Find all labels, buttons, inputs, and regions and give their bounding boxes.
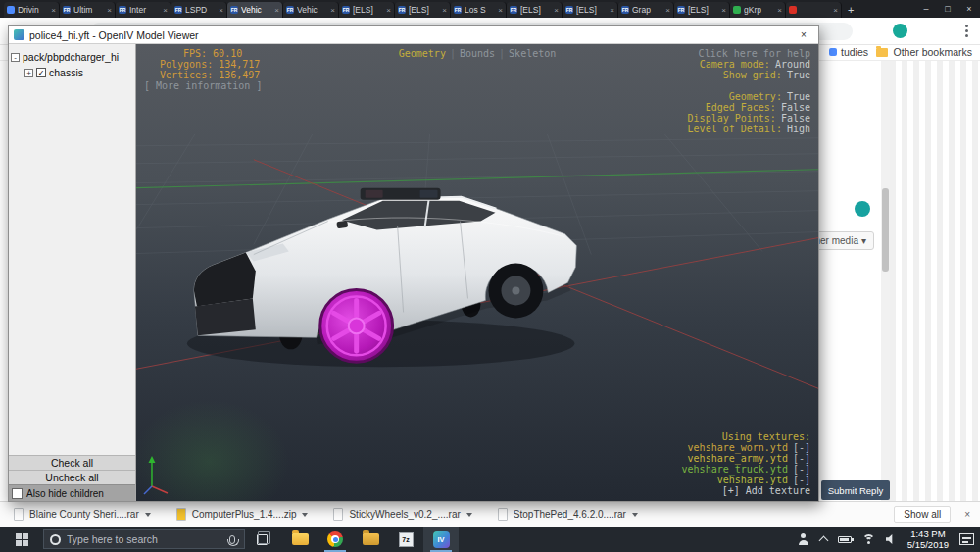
tree-root-row[interactable]: pack/pbpdcharger_hi bbox=[11, 49, 133, 65]
show-all-downloads-button[interactable]: Show all bbox=[894, 506, 951, 523]
volume-icon[interactable] bbox=[886, 534, 897, 544]
download-item[interactable]: StopThePed_4.6.2.0....rar bbox=[498, 508, 638, 521]
mode-bounds[interactable]: Bounds bbox=[460, 48, 495, 59]
front-wheel-magenta[interactable] bbox=[320, 289, 393, 362]
help-link[interactable]: Click here for help bbox=[688, 48, 810, 59]
tab-close-icon[interactable]: × bbox=[833, 6, 838, 15]
avatar[interactable] bbox=[855, 201, 870, 217]
tree-child-row[interactable]: chassis bbox=[11, 65, 133, 80]
remove-texture-button[interactable]: [-] bbox=[793, 453, 810, 464]
taskbar-clock[interactable]: 1:43 PM 5/15/2019 bbox=[907, 528, 949, 550]
people-icon[interactable] bbox=[798, 533, 809, 545]
minimize-icon[interactable]: – bbox=[915, 0, 937, 18]
window-title-bar[interactable]: police4_hi.yft - OpenIV Model Viewer × bbox=[9, 26, 818, 44]
battery-icon[interactable] bbox=[838, 536, 852, 543]
tab-close-icon[interactable]: × bbox=[665, 6, 670, 15]
tab-title: LSPD bbox=[185, 5, 216, 15]
taskbar-app-button[interactable]: 7z bbox=[388, 527, 423, 552]
tab-close-icon[interactable]: × bbox=[107, 6, 112, 15]
collapse-icon[interactable] bbox=[11, 53, 20, 62]
tab-close-icon[interactable]: × bbox=[498, 6, 503, 15]
browser-tab[interactable]: Drivin × bbox=[4, 2, 60, 18]
expand-icon[interactable] bbox=[24, 69, 33, 77]
tab-favicon: FR bbox=[230, 6, 238, 14]
remove-texture-button[interactable]: [-] bbox=[793, 475, 810, 485]
page-scrollbar[interactable] bbox=[881, 61, 890, 501]
camera-settings: Camera mode:Around Show grid:True bbox=[688, 59, 810, 80]
browser-tab[interactable]: FR Ultim × bbox=[60, 2, 116, 18]
caret-down-icon[interactable] bbox=[302, 513, 308, 517]
download-item[interactable]: Blaine County Sheri....rar bbox=[14, 508, 151, 521]
tab-close-icon[interactable]: × bbox=[554, 6, 559, 15]
tab-close-icon[interactable]: × bbox=[777, 6, 782, 15]
browser-tab[interactable]: FR Vehic × bbox=[227, 2, 283, 18]
browser-tab[interactable]: FR Inter × bbox=[116, 2, 172, 18]
setting-line: Show grid:True bbox=[688, 70, 810, 80]
also-hide-children-row[interactable]: Also hide children bbox=[9, 484, 135, 501]
model-viewport[interactable]: FPS: 60.10 Polygons: 134,717 Vertices: 1… bbox=[136, 44, 818, 501]
caret-down-icon[interactable] bbox=[466, 513, 472, 517]
tab-close-icon[interactable]: × bbox=[274, 6, 279, 15]
browser-tab[interactable]: FR Los S × bbox=[451, 2, 507, 18]
tab-close-icon[interactable]: × bbox=[386, 6, 391, 15]
browser-tab[interactable]: FR LSPD × bbox=[172, 2, 227, 18]
browser-tab[interactable]: gKrp × bbox=[730, 2, 786, 18]
tab-close-icon[interactable]: × bbox=[721, 6, 726, 15]
taskbar-app-button[interactable] bbox=[353, 527, 388, 552]
wifi-icon[interactable] bbox=[862, 534, 875, 544]
taskbar-search[interactable] bbox=[43, 529, 245, 549]
browser-tab[interactable]: × bbox=[786, 2, 842, 18]
submit-reply-button[interactable]: Submit Reply bbox=[821, 480, 890, 500]
maximize-icon[interactable]: □ bbox=[937, 0, 958, 18]
download-item[interactable]: ComputerPlus_1.4....zip bbox=[176, 508, 309, 521]
remove-texture-button[interactable]: [-] bbox=[793, 464, 810, 475]
browser-tab[interactable]: FR [ELS] × bbox=[395, 2, 451, 18]
mode-geometry[interactable]: Geometry bbox=[399, 48, 446, 59]
browser-tab[interactable]: FR [ELS] × bbox=[507, 2, 563, 18]
file-icon bbox=[498, 508, 508, 521]
download-item[interactable]: StickyWheels_v0.2_....rar bbox=[333, 508, 471, 521]
more-information-link[interactable]: [ More information ] bbox=[144, 80, 262, 91]
taskbar-app-button[interactable] bbox=[282, 527, 318, 552]
tab-close-icon[interactable]: × bbox=[610, 6, 614, 15]
close-download-bar-icon[interactable]: × bbox=[964, 509, 970, 520]
bookmark-item[interactable]: tudies bbox=[829, 46, 868, 58]
tab-close-icon[interactable]: × bbox=[51, 6, 56, 15]
new-tab-button[interactable]: + bbox=[848, 4, 854, 16]
microphone-icon[interactable] bbox=[229, 535, 235, 544]
close-icon[interactable]: × bbox=[958, 0, 980, 18]
remove-texture-button[interactable]: [-] bbox=[793, 442, 810, 453]
extension-icon[interactable] bbox=[893, 24, 907, 38]
stats-overlay: FPS: 60.10 Polygons: 134,717 Vertices: 1… bbox=[144, 48, 262, 91]
tab-close-icon[interactable]: × bbox=[442, 6, 447, 15]
browser-tab[interactable]: FR [ELS] × bbox=[674, 2, 730, 18]
start-button[interactable] bbox=[0, 527, 43, 552]
scrollbar-thumb[interactable] bbox=[882, 188, 889, 272]
texture-name: vehshare.ytd bbox=[717, 475, 788, 485]
cortana-icon bbox=[50, 534, 61, 545]
taskbar-search-input[interactable] bbox=[67, 533, 223, 545]
chevron-up-icon[interactable] bbox=[818, 536, 828, 546]
tab-close-icon[interactable]: × bbox=[163, 6, 168, 15]
browser-menu-icon[interactable] bbox=[965, 25, 968, 39]
caret-down-icon[interactable] bbox=[632, 513, 638, 517]
task-view-button[interactable] bbox=[245, 527, 278, 552]
other-bookmarks-button[interactable]: Other bookmarks bbox=[876, 46, 972, 58]
taskbar-app-button[interactable]: IV bbox=[423, 527, 459, 552]
caret-down-icon[interactable] bbox=[145, 513, 151, 517]
taskbar-app-button[interactable] bbox=[318, 527, 353, 552]
browser-tab[interactable]: FR [ELS] × bbox=[339, 2, 395, 18]
browser-tab[interactable]: FR [ELS] × bbox=[563, 2, 618, 18]
uncheck-all-button[interactable]: Uncheck all bbox=[9, 470, 135, 484]
tab-close-icon[interactable]: × bbox=[219, 6, 223, 15]
tab-close-icon[interactable]: × bbox=[330, 6, 335, 15]
check-all-button[interactable]: Check all bbox=[9, 455, 135, 470]
window-close-icon[interactable]: × bbox=[789, 26, 818, 43]
browser-tab[interactable]: FR Vehic × bbox=[283, 2, 339, 18]
mode-skeleton[interactable]: Skeleton bbox=[509, 48, 556, 59]
chassis-checkbox[interactable] bbox=[36, 68, 46, 77]
browser-tab[interactable]: FR Grap × bbox=[618, 2, 674, 18]
add-texture-button[interactable]: [+] Add texture bbox=[682, 485, 810, 496]
action-center-icon[interactable] bbox=[959, 533, 974, 545]
also-hide-children-checkbox[interactable] bbox=[12, 488, 23, 499]
